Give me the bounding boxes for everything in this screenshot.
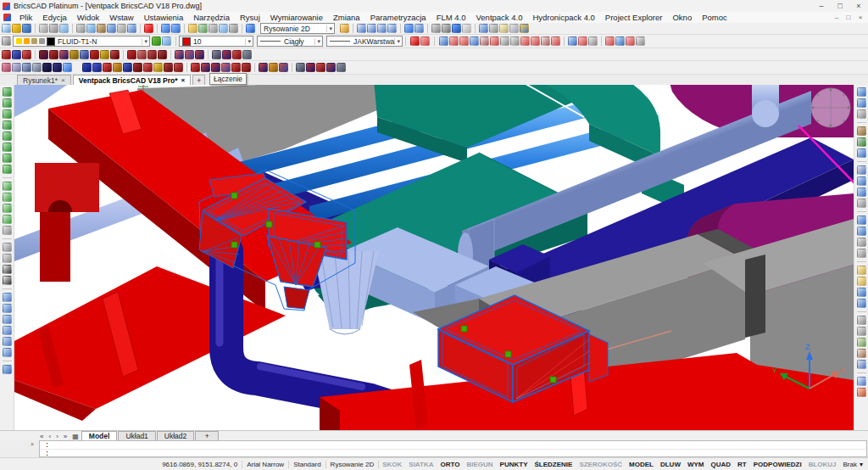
- menu-zmiana[interactable]: Zmiana: [328, 13, 365, 22]
- vent-duct-2-icon[interactable]: [92, 63, 102, 72]
- menu-flm-4-0[interactable]: FLM 4.0: [431, 13, 471, 22]
- snap-perpendicular-icon[interactable]: [500, 36, 509, 46]
- camera-icon[interactable]: [442, 24, 451, 33]
- snap-toggle-icon[interactable]: [439, 36, 448, 46]
- zoom-out-icon[interactable]: [367, 24, 376, 33]
- pan-icon[interactable]: [404, 24, 414, 33]
- vent-grille-icon[interactable]: [175, 50, 184, 59]
- duct-round-icon[interactable]: [147, 50, 157, 59]
- properties-panel-icon[interactable]: [219, 24, 228, 33]
- duct-branch-icon[interactable]: [80, 50, 89, 59]
- redo-icon[interactable]: [171, 24, 181, 33]
- viewport-1-icon[interactable]: [2, 63, 11, 72]
- duct-cross-icon[interactable]: [39, 50, 48, 59]
- fillet-icon[interactable]: [857, 316, 866, 325]
- new-tab-button[interactable]: +: [192, 75, 205, 85]
- wrench-icon[interactable]: [296, 63, 305, 72]
- print-icon[interactable]: [49, 24, 58, 33]
- status-toggle-skok[interactable]: SKOK: [379, 461, 405, 468]
- zoom-in-icon[interactable]: [357, 24, 366, 33]
- duct-tool-3-icon[interactable]: [211, 63, 220, 72]
- status-toggle-wym[interactable]: WYM: [684, 461, 708, 468]
- subtract-icon[interactable]: [857, 349, 866, 358]
- first-tab-button[interactable]: «: [37, 433, 46, 440]
- mirror-icon[interactable]: [857, 176, 866, 186]
- explode-icon[interactable]: [857, 388, 866, 397]
- color-combo[interactable]: 10 ▾: [179, 36, 253, 47]
- array-path-icon[interactable]: [857, 227, 866, 236]
- status-toggle-orto[interactable]: ORTO: [437, 461, 464, 468]
- snap-marker-icon[interactable]: [636, 36, 645, 46]
- selection-mode-dropdown[interactable]: Brak ▾: [840, 461, 868, 468]
- menu-ustawienia[interactable]: Ustawienia: [139, 13, 188, 22]
- duct-transition-icon[interactable]: [70, 50, 79, 59]
- snap-tangent-icon[interactable]: [520, 36, 530, 46]
- render-icon[interactable]: [340, 24, 349, 33]
- mdi-close-button[interactable]: ×: [854, 13, 866, 22]
- delete-icon[interactable]: [144, 24, 153, 33]
- last-tab-button[interactable]: »: [61, 433, 70, 440]
- lineweight-combo[interactable]: JAKWarstwa ▾: [326, 36, 403, 47]
- vent-fan-icon[interactable]: [195, 50, 204, 59]
- vent-doc-icon[interactable]: [153, 63, 163, 72]
- vent-tools-icon[interactable]: [212, 50, 221, 59]
- box-3d-icon[interactable]: [489, 24, 498, 33]
- new-sheet-icon[interactable]: [499, 24, 509, 33]
- tab-rysunek1[interactable]: Rysunek1* ×: [17, 75, 71, 85]
- prev-tab-button[interactable]: ‹: [46, 433, 53, 440]
- table-icon[interactable]: [3, 254, 12, 263]
- vent-h-icon[interactable]: [133, 63, 142, 72]
- view-rotate-icon[interactable]: [479, 24, 488, 33]
- mirror-3d-icon[interactable]: [857, 187, 866, 197]
- point-style-2-icon[interactable]: [420, 36, 430, 46]
- menu-edycja[interactable]: Edycja: [37, 13, 72, 22]
- vent-d-icon[interactable]: [143, 63, 153, 72]
- zoom-window-icon[interactable]: [377, 24, 387, 33]
- torus-solid-icon[interactable]: [3, 348, 12, 357]
- close-button[interactable]: ×: [849, 1, 868, 12]
- status-toggle-model[interactable]: MODEL: [626, 461, 657, 468]
- zoom-previous-icon[interactable]: [387, 24, 397, 33]
- point-style-1-icon[interactable]: [410, 36, 420, 46]
- command-input[interactable]: :: [40, 450, 866, 457]
- vent-copy-icon[interactable]: [174, 63, 183, 72]
- menu-wymiarowanie[interactable]: Wymiarowanie: [265, 13, 328, 22]
- look-from-icon[interactable]: [431, 24, 441, 33]
- current-text-style[interactable]: Arial Narrow: [242, 461, 288, 468]
- status-toggle-podpowiedzi[interactable]: PODPOWIEDZI: [750, 461, 805, 468]
- duct-ypiece-icon[interactable]: [100, 50, 109, 59]
- boundary-icon[interactable]: [3, 193, 12, 202]
- draw-order-icon[interactable]: [2, 36, 11, 46]
- wedge-solid-icon[interactable]: [3, 304, 12, 313]
- shield-icon[interactable]: [452, 24, 461, 33]
- snap-from-icon[interactable]: [578, 36, 587, 46]
- new-icon[interactable]: [2, 24, 11, 33]
- snap-center-icon[interactable]: [470, 36, 479, 46]
- vent-r-icon[interactable]: [103, 63, 112, 72]
- eyedropper-icon[interactable]: [117, 24, 126, 33]
- layer-state-on-icon[interactable]: [152, 36, 161, 46]
- region-icon[interactable]: [3, 204, 12, 213]
- viewport-2-icon[interactable]: [12, 63, 21, 72]
- line-icon[interactable]: [3, 87, 12, 97]
- search-icon[interactable]: [857, 199, 866, 208]
- spline-icon[interactable]: [3, 154, 12, 163]
- menu-okno[interactable]: Okno: [667, 13, 697, 22]
- menu-pomoc[interactable]: Pomoc: [697, 13, 732, 22]
- sweep-icon[interactable]: [857, 288, 866, 297]
- save-icon[interactable]: [22, 24, 31, 33]
- duct-cap-icon[interactable]: [110, 50, 120, 59]
- circle-tool-icon[interactable]: [53, 63, 62, 72]
- close-command-icon[interactable]: ×: [31, 441, 34, 447]
- duct-tool-1-icon[interactable]: [191, 63, 200, 72]
- settings-icon[interactable]: [209, 24, 218, 33]
- snap-settings-icon[interactable]: [626, 36, 635, 46]
- snap-clear-icon[interactable]: [568, 36, 577, 46]
- polyline-icon[interactable]: [3, 98, 12, 108]
- snap-midpoint-plus-icon[interactable]: [588, 36, 598, 46]
- close-tab-icon[interactable]: ×: [61, 76, 65, 84]
- duct-rect-icon[interactable]: [158, 50, 167, 59]
- duct-flex-icon[interactable]: [137, 50, 147, 59]
- cut-icon[interactable]: [76, 24, 86, 33]
- scale-icon[interactable]: [857, 148, 866, 158]
